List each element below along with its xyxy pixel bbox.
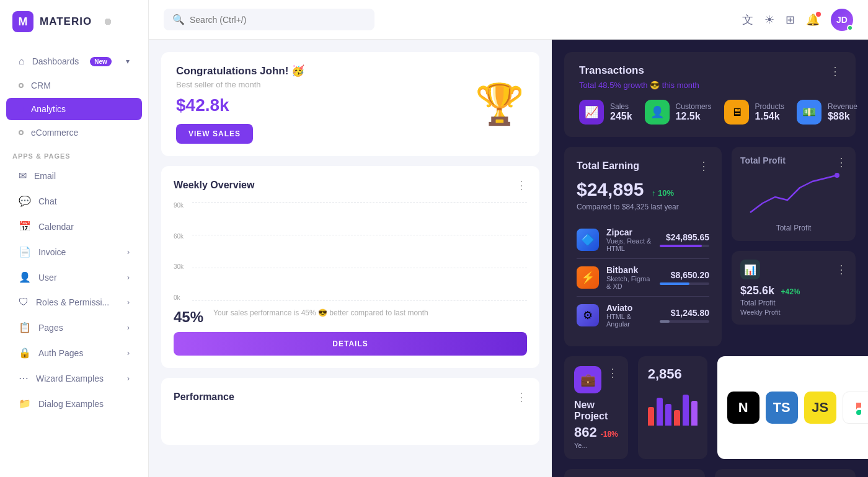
more-options-icon[interactable]: ⋮ — [698, 159, 709, 173]
search-bar[interactable]: 🔍 — [164, 9, 374, 30]
profit-value-section: $25.6k +42% — [740, 284, 847, 297]
search-input[interactable] — [190, 15, 366, 25]
sidebar-item-roles[interactable]: 🛡 Roles & Permissi... › — [6, 291, 142, 314]
bitbank-progress-fill — [660, 282, 689, 285]
chevron-right-icon: › — [127, 248, 130, 256]
weekly-percentage: 45% — [174, 309, 203, 326]
sidebar-item-ecommerce[interactable]: eCommerce — [6, 121, 142, 144]
sales-icon: 📈 — [579, 100, 604, 125]
earning-growth: ↑ 10% — [652, 188, 674, 198]
grid-line — [192, 202, 527, 203]
more-options-icon[interactable]: ⋮ — [836, 155, 847, 169]
nav-dot-icon — [19, 130, 24, 135]
zipcar-progress-wrap — [660, 245, 709, 247]
transactions-subtitle: Total 48.5% growth 😎 this month — [579, 81, 699, 90]
mini-bar-2 — [657, 398, 663, 426]
sidebar-item-analytics[interactable]: Analytics — [6, 98, 142, 120]
aviato-info: Aviato HTML & Angular — [606, 303, 652, 328]
more-options-icon[interactable]: ⋮ — [516, 178, 527, 192]
deposit-card: Deposit View All — [564, 469, 705, 477]
trans-item-products: 🖥 Products 1.54k — [724, 100, 784, 125]
weekly-description: Your sales performance is 45% 😎 better c… — [213, 309, 527, 317]
sidebar-item-invoice[interactable]: 📄 Invoice › — [6, 240, 142, 264]
lock-icon: 🔒 — [19, 347, 31, 359]
revenue-icon: 💵 — [797, 100, 822, 125]
sidebar-item-user[interactable]: 👤 User › — [6, 265, 142, 289]
sidebar: M MATERIO ⏺ ⌂ Dashboards New ▾ CRM Analy… — [0, 0, 149, 477]
chevron-down-icon: ▾ — [126, 57, 130, 66]
calendar-icon: 📅 — [19, 221, 31, 232]
sidebar-item-auth[interactable]: 🔒 Auth Pages › — [6, 341, 142, 365]
logo-text: MATERIO — [40, 15, 92, 28]
header: 🔍 ⽂ ☀ ⊞ 🔔 JD — [149, 0, 868, 40]
invoice-icon: 📄 — [19, 246, 31, 258]
sidebar-item-crm[interactable]: CRM — [6, 74, 142, 97]
customers-value: 12.5k — [676, 111, 712, 122]
header-icons: ⽂ ☀ ⊞ 🔔 JD — [742, 9, 853, 31]
more-options-icon[interactable]: ⋮ — [607, 366, 618, 380]
bell-icon[interactable]: 🔔 — [806, 13, 820, 27]
transactions-top: Transactions Total 48.5% growth 😎 this m… — [579, 64, 841, 100]
project-top: 💼 ⋮ — [574, 366, 618, 393]
weekly-footer: 45% Your sales performance is 45% 😎 bett… — [174, 309, 527, 326]
brightness-icon[interactable]: ☀ — [764, 13, 774, 27]
record-icon[interactable]: ⏺ — [103, 16, 113, 27]
chart-container: 90k 60k 30k 0k — [174, 202, 527, 301]
aviato-progress-wrap — [660, 320, 709, 323]
nav-dot-icon — [19, 83, 24, 88]
grid-line — [192, 235, 527, 235]
performance-header: Performance ⋮ — [174, 390, 527, 404]
withdraw-card: Withdraw View All — [715, 469, 856, 477]
bitbank-amount-right: $8,650.20 — [660, 270, 709, 285]
logo-area: M MATERIO ⏺ — [0, 0, 148, 43]
revenue-label: Revenue — [828, 102, 857, 111]
aviato-logo: ⚙ — [577, 304, 599, 326]
avatar[interactable]: JD — [831, 9, 853, 31]
pages-icon: 📋 — [19, 322, 31, 333]
view-sales-button[interactable]: VIEW SALES — [176, 124, 253, 144]
sidebar-item-wizard[interactable]: ⋯ Wizard Examples › — [6, 366, 142, 390]
transactions-title: Transactions — [579, 64, 699, 77]
total-profit-chart-card: Total Profit ⋮ Total Profit — [732, 147, 856, 241]
sidebar-item-chat[interactable]: 💬 Chat — [6, 189, 142, 213]
sidebar-item-pages[interactable]: 📋 Pages › — [6, 315, 142, 339]
grid-line — [192, 300, 527, 301]
trans-sales-info: Sales 245k — [610, 102, 632, 122]
more-options-icon[interactable]: ⋮ — [836, 263, 847, 276]
sidebar-item-email[interactable]: ✉ Email — [6, 164, 142, 188]
trans-item-customers: 👤 Customers 12.5k — [645, 100, 712, 125]
products-icon: 🖥 — [724, 100, 749, 125]
zipcar-info: Zipcar Vuejs, React & HTML — [606, 227, 652, 252]
zipcar-name: Zipcar — [606, 227, 652, 237]
javascript-logo: JS — [804, 392, 836, 424]
bitbank-tech: Sketch, Figma & XD — [606, 275, 652, 290]
email-icon: ✉ — [19, 170, 27, 182]
shield-icon: 🛡 — [19, 297, 29, 308]
more-options-icon[interactable]: ⋮ — [830, 64, 841, 78]
performance-content — [174, 414, 527, 432]
mini-number: 2,856 — [648, 366, 698, 382]
sidebar-item-calendar[interactable]: 📅 Calendar — [6, 214, 142, 239]
sidebar-item-dialog[interactable]: 📁 Dialog Examples — [6, 392, 142, 416]
earning-item-bitbank: ⚡ Bitbank Sketch, Figma & XD $8,650.20 — [577, 259, 709, 297]
more-options-icon[interactable]: ⋮ — [516, 390, 527, 404]
profit-sublabel: Weekly Profit — [740, 309, 847, 316]
translate-icon[interactable]: ⽂ — [742, 12, 753, 27]
congrats-amount: $42.8k — [176, 95, 304, 115]
project-icon: 💼 — [574, 366, 601, 393]
congrats-subtitle: Best seller of the month — [176, 80, 304, 89]
content-right: Transactions Total 48.5% growth 😎 this m… — [552, 40, 868, 477]
chevron-right-icon: › — [127, 298, 130, 307]
nav-dot-active-icon — [19, 107, 24, 112]
user-icon: 👤 — [19, 271, 31, 283]
profit-label: Total Profit — [740, 299, 847, 307]
performance-card: Performance ⋮ — [161, 378, 539, 445]
details-button[interactable]: DETAILS — [174, 332, 527, 356]
transactions-grid: 📈 Sales 245k 👤 Customers 12.5k — [579, 100, 841, 125]
weekly-title: Weekly Overview — [174, 180, 254, 191]
earning-amount: $24,895 — [577, 179, 644, 199]
earning-item-zipcar: 🔷 Zipcar Vuejs, React & HTML $24,895.65 — [577, 221, 709, 259]
grid-icon[interactable]: ⊞ — [786, 13, 795, 27]
project-name: New Project — [574, 400, 618, 422]
sidebar-item-dashboards[interactable]: ⌂ Dashboards New ▾ — [6, 50, 142, 73]
